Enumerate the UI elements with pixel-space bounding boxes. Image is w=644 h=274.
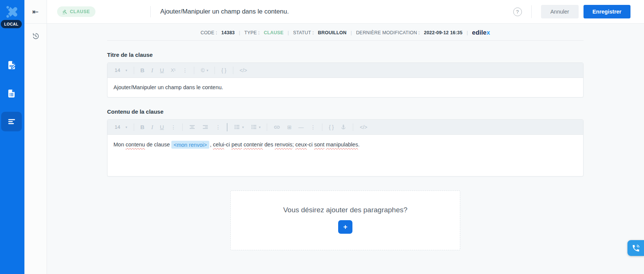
link-icon	[274, 124, 280, 131]
header-divider	[150, 6, 151, 17]
toolbar-divider	[194, 67, 194, 74]
save-button[interactable]: Enregistrer	[584, 5, 630, 18]
toolbar-divider	[134, 123, 134, 131]
main-panel: CLAUSE Ajouter/Manipuler un champ dans l…	[47, 0, 644, 274]
question-mark-icon: ?	[516, 9, 519, 15]
title-section-label: Titre de la clause	[107, 52, 584, 58]
bold-button[interactable]: B	[137, 124, 148, 130]
special-character-dropdown[interactable]: © ▾	[197, 67, 212, 73]
title-text: Ajouter/Manipuler un champ dans le conte…	[113, 84, 223, 90]
content-section-label: Contenu de la clause	[107, 108, 584, 115]
underline-button[interactable]: U	[157, 124, 168, 130]
renvoi-chip[interactable]: <mon renvoi>	[171, 141, 209, 149]
font-size-dropdown[interactable]: 14 ▾	[111, 67, 131, 73]
header-divider	[531, 5, 532, 18]
header-actions: ? Annuler Enregistrer	[513, 5, 630, 18]
toolbar-divider	[322, 123, 322, 131]
list-lines-icon	[7, 117, 17, 126]
misspelled-word: renvois	[275, 142, 292, 148]
text: -ci	[224, 142, 231, 148]
more-alignment-button[interactable]: ⋮	[212, 124, 224, 130]
align-center-button[interactable]	[186, 124, 199, 130]
font-size-dropdown[interactable]: 14 ▾	[111, 124, 131, 130]
edilex-logo-text: edile	[472, 29, 487, 36]
metadata-separator: |	[288, 30, 289, 35]
ordered-list-dropdown[interactable]: ▾	[230, 124, 247, 130]
status-badge: BROUILLON	[318, 30, 346, 35]
text: ;	[292, 142, 295, 148]
misspelled-word: celui	[213, 142, 224, 148]
italic-button[interactable]: I	[148, 67, 156, 74]
edilex-x-logo-icon	[4, 3, 21, 21]
insert-field-button[interactable]: { }	[218, 67, 230, 73]
misspelled-word: ceux	[295, 142, 307, 148]
secondary-rail: ⇤	[24, 0, 47, 274]
toolbar-divider	[227, 123, 227, 131]
chevron-down-icon: ▾	[125, 68, 127, 72]
misspelled-word: sont	[314, 142, 324, 148]
title-input[interactable]: Ajouter/Manipuler un champ dans le conte…	[107, 78, 583, 97]
metadata-separator: |	[239, 30, 240, 35]
edilex-logo: edilex	[472, 29, 490, 36]
align-right-button[interactable]	[199, 124, 212, 130]
toolbar-divider	[134, 67, 134, 74]
edit-document-icon	[7, 60, 17, 70]
title-toolbar: 14 ▾ B I U X¹ ⋮ © ▾	[107, 63, 583, 78]
help-button[interactable]: ?	[513, 8, 522, 16]
app-logo[interactable]	[0, 0, 24, 21]
phone-support-tab[interactable]	[627, 240, 644, 256]
cancel-button[interactable]: Annuler	[541, 5, 579, 18]
toolbar-divider	[353, 123, 353, 131]
app-window: LOCAL	[0, 0, 644, 274]
insert-field-button[interactable]: { }	[325, 124, 337, 130]
type-label: TYPE :	[244, 30, 260, 35]
sidebar-item-redaction[interactable]	[1, 55, 22, 75]
content-editor-box: 14 ▾ B I U ⋮	[107, 119, 584, 177]
clause-metadata: CODE : 14383 | TYPE : CLAUSE | STATUT : …	[107, 24, 584, 41]
top-bar: CLAUSE Ajouter/Manipuler un champ dans l…	[47, 0, 644, 24]
sidebar-item-documents[interactable]	[1, 84, 22, 103]
insert-table-button[interactable]: ⊞	[284, 124, 295, 130]
misspelled-word: manipulables	[326, 142, 358, 148]
history-icon	[32, 32, 39, 40]
font-size-value: 14	[115, 124, 120, 130]
more-insert-button[interactable]: ⋮	[307, 124, 319, 130]
text: de clause	[145, 142, 171, 148]
gavel-icon	[62, 9, 67, 14]
anchor-button[interactable]	[337, 124, 350, 130]
content-input[interactable]: Mon contenu de clause <mon renvoi>, celu…	[107, 135, 583, 176]
underline-button[interactable]: U	[157, 67, 168, 73]
bullet-list-dropdown[interactable]: ▾	[247, 124, 264, 130]
toolbar-divider	[233, 67, 233, 74]
anchor-icon	[340, 124, 346, 130]
source-code-button[interactable]: </>	[236, 67, 251, 73]
phone-icon	[632, 244, 640, 253]
italic-button[interactable]: I	[148, 124, 156, 131]
bold-button[interactable]: B	[137, 67, 148, 73]
add-paragraph-button[interactable]: +	[338, 220, 352, 234]
superscript-button[interactable]: X¹	[167, 67, 179, 73]
clause-type-badge: CLAUSE	[57, 6, 95, 17]
edilex-logo-x: x	[487, 29, 490, 36]
source-code-button[interactable]: </>	[356, 124, 370, 130]
chevron-down-icon: ▾	[207, 68, 209, 72]
collapse-panel-button[interactable]: ⇤	[24, 0, 47, 24]
text: .	[358, 142, 360, 148]
toolbar-divider	[182, 123, 183, 131]
app-sidebar: LOCAL	[0, 0, 24, 274]
sidebar-item-clauses[interactable]	[1, 112, 22, 131]
add-paragraphs-box: Vous désirez ajouter des paragraphes? +	[230, 190, 460, 250]
text: Mon	[113, 142, 125, 148]
history-button[interactable]	[24, 32, 47, 40]
code-value: 14383	[221, 30, 235, 35]
toolbar-divider	[267, 123, 267, 131]
more-formatting-button[interactable]: ⋮	[167, 124, 179, 130]
text: des	[263, 142, 275, 148]
title-editor-box: 14 ▾ B I U X¹ ⋮ © ▾	[107, 62, 584, 97]
align-right-icon	[202, 124, 209, 130]
insert-link-button[interactable]	[270, 124, 284, 131]
modified-label: DERNIÈRE MODIFICATION :	[356, 30, 420, 35]
chevron-down-icon: ▾	[125, 125, 127, 129]
horizontal-rule-button[interactable]: —	[295, 124, 307, 130]
more-formatting-button[interactable]: ⋮	[179, 67, 191, 73]
